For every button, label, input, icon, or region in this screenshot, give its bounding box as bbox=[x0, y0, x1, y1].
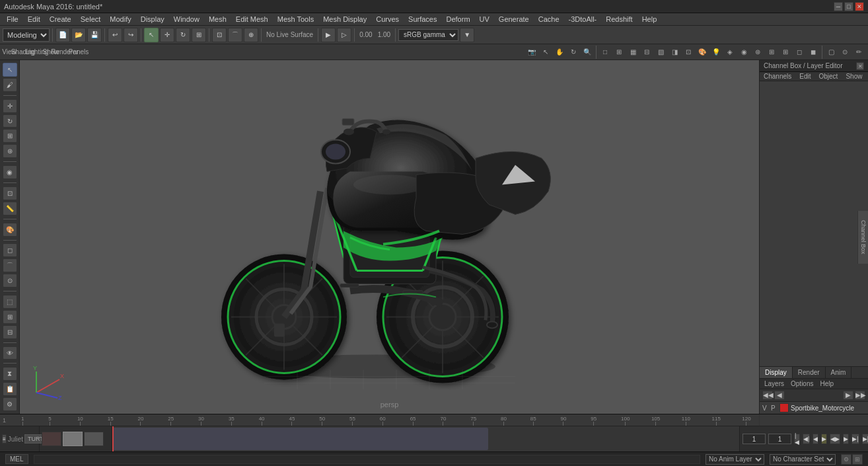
menu-edit-mesh[interactable]: Edit Mesh bbox=[232, 15, 272, 24]
thumb-3[interactable] bbox=[84, 432, 104, 446]
layer-playback-toggle[interactable]: P bbox=[771, 405, 778, 412]
layer-visibility-toggle[interactable]: V bbox=[762, 405, 769, 412]
menu-generate[interactable]: Generate bbox=[495, 15, 533, 24]
menu-mesh[interactable]: Mesh bbox=[205, 15, 231, 24]
menu-uv[interactable]: UV bbox=[476, 15, 493, 24]
rotate-view-btn[interactable]: ↻ bbox=[567, 46, 580, 59]
shaded-mode-btn[interactable]: ▦ bbox=[626, 46, 639, 59]
anim-tab[interactable]: Anim bbox=[826, 367, 852, 378]
menu-redshift[interactable]: Redshift bbox=[602, 15, 636, 24]
grid-btn[interactable]: ⊞ bbox=[779, 46, 792, 59]
channels-tab[interactable]: Channels bbox=[760, 72, 795, 81]
focus-btn[interactable]: ⊙ bbox=[838, 46, 851, 59]
color-profile-dropdown[interactable]: sRGB gamma bbox=[398, 29, 458, 41]
mode-dropdown[interactable]: Modeling bbox=[3, 28, 50, 42]
select-tool[interactable]: ↖ bbox=[3, 63, 17, 77]
scene-view-btn[interactable]: 👁 bbox=[3, 346, 17, 360]
goto-end-btn[interactable]: ▶| bbox=[862, 434, 868, 444]
menu-select[interactable]: Select bbox=[77, 15, 105, 24]
prefs-icon[interactable]: ⚙ bbox=[841, 454, 851, 465]
snap-btn[interactable]: ⊡ bbox=[3, 186, 17, 200]
wire-mode-btn[interactable]: ⊟ bbox=[640, 46, 653, 59]
play-fwd-btn[interactable]: ▶ bbox=[821, 434, 827, 444]
menu-3dtoa[interactable]: -3DtoAll- bbox=[565, 15, 601, 24]
rotate-tool-btn[interactable]: ↻ bbox=[176, 28, 190, 42]
timeline-playhead[interactable] bbox=[112, 426, 114, 451]
universal-manip[interactable]: ⊛ bbox=[3, 144, 17, 158]
layers-menu-item[interactable]: Layers bbox=[762, 379, 786, 388]
layer-goto-end-btn[interactable]: ▶▶ bbox=[855, 391, 865, 400]
res-gate-btn[interactable]: ◼ bbox=[807, 46, 820, 59]
menu-mesh-display[interactable]: Mesh Display bbox=[319, 15, 371, 24]
select-view-btn[interactable]: ↖ bbox=[539, 46, 552, 59]
close-btn[interactable]: ✕ bbox=[855, 2, 864, 11]
bridge-btn[interactable]: ⊞ bbox=[3, 310, 17, 324]
char-set-dropdown[interactable]: No Character Set bbox=[770, 454, 836, 465]
menu-edit[interactable]: Edit bbox=[24, 15, 44, 24]
layer-goto-start-btn[interactable]: ◀◀ bbox=[762, 391, 773, 400]
shadow-btn[interactable]: ◈ bbox=[723, 46, 737, 59]
next-frame-btn[interactable]: ▶ bbox=[843, 434, 849, 444]
paint-select[interactable]: 🖌 bbox=[3, 78, 17, 92]
snap-grid-btn[interactable]: ⊡ bbox=[212, 28, 227, 42]
layer-next-btn[interactable]: ▶ bbox=[843, 391, 853, 400]
rotate-tool[interactable]: ↻ bbox=[3, 114, 17, 128]
thumb-1[interactable] bbox=[42, 432, 61, 446]
prev-key-btn[interactable]: ◀| bbox=[803, 434, 810, 444]
layer-color-swatch[interactable] bbox=[779, 403, 789, 412]
panels-menu-btn[interactable]: Panels bbox=[72, 46, 85, 59]
menu-deform[interactable]: Deform bbox=[442, 15, 474, 24]
redo-btn[interactable]: ↪ bbox=[124, 28, 138, 42]
new-scene-btn[interactable]: 📄 bbox=[55, 28, 70, 42]
goto-start-btn[interactable]: |◀ bbox=[794, 434, 800, 444]
history-btn[interactable]: ⧗ bbox=[3, 367, 17, 381]
track-options-btn[interactable]: ≡ bbox=[2, 434, 7, 444]
menu-create[interactable]: Create bbox=[46, 15, 75, 24]
isolate-btn[interactable]: □ bbox=[598, 46, 612, 59]
tex-mode-btn[interactable]: 🎨 bbox=[696, 46, 709, 59]
move-tool-btn[interactable]: ✛ bbox=[160, 28, 174, 42]
minimize-btn[interactable]: ─ bbox=[834, 2, 843, 11]
scale-tool[interactable]: ⊞ bbox=[3, 129, 17, 143]
open-btn[interactable]: 📂 bbox=[71, 28, 86, 42]
help-menu-item[interactable]: Help bbox=[818, 379, 836, 388]
menu-window[interactable]: Window bbox=[170, 15, 203, 24]
menu-mesh-tools[interactable]: Mesh Tools bbox=[273, 15, 318, 24]
camera-btn[interactable]: 📷 bbox=[525, 46, 538, 59]
aa-btn[interactable]: ⊛ bbox=[751, 46, 764, 59]
hud-btn[interactable]: ⊞ bbox=[765, 46, 778, 59]
move-view-btn[interactable]: ✋ bbox=[553, 46, 566, 59]
menu-surfaces[interactable]: Surfaces bbox=[404, 15, 441, 24]
display-tab[interactable]: Display bbox=[760, 367, 793, 378]
menu-file[interactable]: File bbox=[3, 15, 22, 24]
maximize-btn[interactable]: □ bbox=[844, 2, 853, 11]
soft-select-btn[interactable]: ◉ bbox=[3, 165, 17, 179]
panel-close-btn[interactable]: ✕ bbox=[856, 62, 864, 70]
paint-attr-btn[interactable]: 🎨 bbox=[3, 223, 17, 237]
snap-curve-btn[interactable]: ⌒ bbox=[228, 28, 242, 42]
viewport[interactable]: X Y Z persp bbox=[20, 60, 759, 414]
render-btn[interactable]: ▶ bbox=[321, 28, 336, 42]
layout-icon[interactable]: ⊞ bbox=[852, 454, 863, 465]
frame-display-input[interactable] bbox=[768, 434, 791, 444]
zoom-view-btn[interactable]: 🔍 bbox=[581, 46, 594, 59]
ipr-btn[interactable]: ▷ bbox=[337, 28, 351, 42]
snap-point-btn[interactable]: ⊕ bbox=[244, 28, 258, 42]
color-profile-opts-btn[interactable]: ▼ bbox=[460, 28, 474, 42]
prev-frame-btn[interactable]: ◀ bbox=[813, 434, 818, 444]
paint-btn[interactable]: ✏ bbox=[852, 46, 865, 59]
object-tab[interactable]: Object bbox=[815, 72, 842, 81]
frame-current-input[interactable] bbox=[742, 434, 766, 444]
thumb-2[interactable] bbox=[63, 432, 83, 446]
lighting-menu-btn[interactable]: Lighting bbox=[30, 46, 44, 59]
menu-cache[interactable]: Cache bbox=[534, 15, 563, 24]
menu-help[interactable]: Help bbox=[638, 15, 661, 24]
undo-btn[interactable]: ↩ bbox=[108, 28, 122, 42]
move-tool[interactable]: ✛ bbox=[3, 99, 17, 113]
create-sub-btn[interactable]: ⊙ bbox=[3, 274, 17, 288]
layer-prev-btn[interactable]: ◀ bbox=[774, 391, 785, 400]
command-line[interactable] bbox=[34, 455, 700, 464]
menu-display[interactable]: Display bbox=[137, 15, 168, 24]
anim-layer-dropdown[interactable]: No Anim Layer bbox=[705, 454, 764, 465]
x-ray-btn[interactable]: ⊡ bbox=[682, 46, 695, 59]
